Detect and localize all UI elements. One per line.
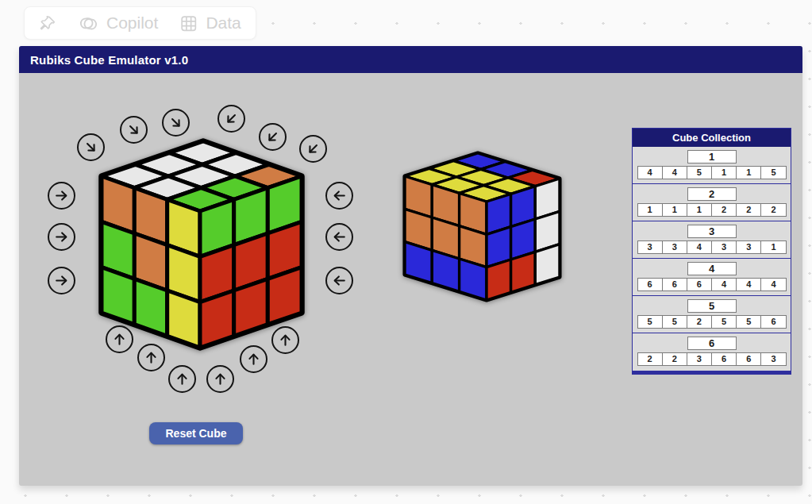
collection-row-number: 3 <box>687 225 737 238</box>
rotate-down-left-button[interactable] <box>299 135 327 163</box>
arrow-down-left-icon <box>260 125 284 148</box>
copilot-button[interactable]: Copilot <box>78 13 158 34</box>
rotate-up-button[interactable] <box>106 325 133 353</box>
cube-collection-panel: Cube Collection 144511521112223334331466… <box>632 128 791 375</box>
collection-cell: 6 <box>663 278 687 291</box>
collection-cell: 1 <box>712 166 737 179</box>
arrow-up-icon <box>143 349 160 366</box>
rotate-down-right-button[interactable] <box>120 116 148 144</box>
collection-cell: 1 <box>663 203 687 217</box>
collection-cell: 2 <box>712 203 737 217</box>
arrow-up-icon <box>174 371 190 387</box>
collection-cell: 4 <box>737 278 761 291</box>
arrow-left-icon <box>331 187 348 204</box>
collection-row-values: 552556 <box>637 315 787 329</box>
rotate-down-left-button[interactable] <box>259 123 287 151</box>
app-canvas: Rubiks Cube Emulator v1.0 Reset Cube Cub… <box>19 46 802 486</box>
collection-row-number: 5 <box>687 299 737 313</box>
rotate-down-right-button[interactable] <box>77 133 105 161</box>
rotate-right-button[interactable] <box>48 223 75 251</box>
collection-cell: 3 <box>687 352 712 366</box>
copilot-label: Copilot <box>106 13 158 33</box>
rotate-down-left-button[interactable] <box>217 105 245 133</box>
collection-row-values: 445115 <box>637 166 787 179</box>
pin-icon <box>39 14 57 33</box>
collection-cell: 2 <box>761 203 786 217</box>
arrow-up-icon <box>245 351 262 367</box>
collection-row: 3334331 <box>633 221 791 259</box>
collection-cell: 1 <box>737 166 761 179</box>
collection-row: 4666444 <box>633 259 791 296</box>
collection-row-number: 2 <box>687 187 737 201</box>
collection-cell: 5 <box>687 166 712 179</box>
arrow-right-icon <box>53 187 70 204</box>
collection-cell: 4 <box>687 240 712 254</box>
arrow-right-icon <box>53 229 70 245</box>
collection-cell: 6 <box>687 278 712 291</box>
collection-cell: 4 <box>712 278 737 291</box>
collection-cell: 2 <box>637 352 663 366</box>
rotate-right-button[interactable] <box>48 182 75 210</box>
rotate-right-button[interactable] <box>48 267 75 294</box>
collection-cell: 6 <box>761 315 786 329</box>
rotate-up-button[interactable] <box>206 365 234 393</box>
reset-cube-button[interactable]: Reset Cube <box>149 422 243 444</box>
pin-button[interactable] <box>39 14 57 33</box>
collection-cell: 5 <box>663 315 687 329</box>
collection-cell: 5 <box>637 315 663 329</box>
arrow-down-left-icon <box>301 137 325 160</box>
rotate-up-button[interactable] <box>271 326 299 354</box>
collection-cell: 1 <box>687 203 712 217</box>
collection-row-values: 334331 <box>637 240 787 254</box>
collection-cell: 3 <box>761 352 786 366</box>
app-title-bar: Rubiks Cube Emulator v1.0 <box>19 46 802 73</box>
collection-row: 6223663 <box>633 333 791 371</box>
collection-cell: 2 <box>663 352 687 366</box>
arrow-left-icon <box>331 272 348 289</box>
collection-row-values: 666444 <box>637 278 787 291</box>
collection-cell: 3 <box>737 240 761 254</box>
arrow-down-right-icon <box>121 117 145 141</box>
data-button[interactable]: Data <box>179 13 241 33</box>
collection-cell: 4 <box>761 278 786 291</box>
cube-collection-title: Cube Collection <box>633 129 791 147</box>
collection-row: 5552556 <box>633 296 791 333</box>
collection-cell: 3 <box>637 240 663 254</box>
top-toolbar: Copilot Data <box>24 6 256 40</box>
rotate-up-button[interactable] <box>137 344 165 371</box>
arrow-down-right-icon <box>164 110 187 134</box>
data-label: Data <box>206 13 241 33</box>
arrow-up-icon <box>212 371 229 387</box>
data-grid-icon <box>179 13 198 33</box>
arrow-up-icon <box>111 331 128 348</box>
collection-cell: 2 <box>687 315 712 329</box>
main-cube <box>102 141 302 348</box>
arrow-down-left-icon <box>219 106 243 130</box>
rotate-left-button[interactable] <box>325 182 353 210</box>
copilot-icon <box>78 13 99 34</box>
collection-cell: 4 <box>637 166 663 179</box>
arrow-down-right-icon <box>79 135 102 159</box>
rotate-up-button[interactable] <box>168 365 196 393</box>
collection-row-number: 6 <box>687 337 737 350</box>
collection-cell: 3 <box>663 240 687 254</box>
rotate-down-right-button[interactable] <box>162 109 190 137</box>
cube-collection-rows: 1445115211122233343314666444555255662236… <box>633 147 791 371</box>
collection-row: 2111222 <box>633 184 791 221</box>
rotate-up-button[interactable] <box>240 345 267 373</box>
collection-row-values: 111222 <box>637 203 787 217</box>
collection-row: 1445115 <box>633 147 791 184</box>
rotate-left-button[interactable] <box>325 223 353 251</box>
collection-cell: 6 <box>637 278 663 291</box>
collection-row-number: 4 <box>687 262 737 275</box>
collection-cell: 5 <box>737 315 761 329</box>
collection-cell: 1 <box>761 240 786 254</box>
collection-cell: 3 <box>712 240 737 254</box>
collection-row-values: 223663 <box>637 352 787 366</box>
app-body: Reset Cube Cube Collection 1445115211122… <box>19 73 802 486</box>
collection-row-number: 1 <box>687 150 737 164</box>
collection-cell: 5 <box>761 166 786 179</box>
collection-cell: 2 <box>737 203 761 217</box>
rotate-left-button[interactable] <box>325 267 353 294</box>
collection-cell: 4 <box>663 166 687 179</box>
